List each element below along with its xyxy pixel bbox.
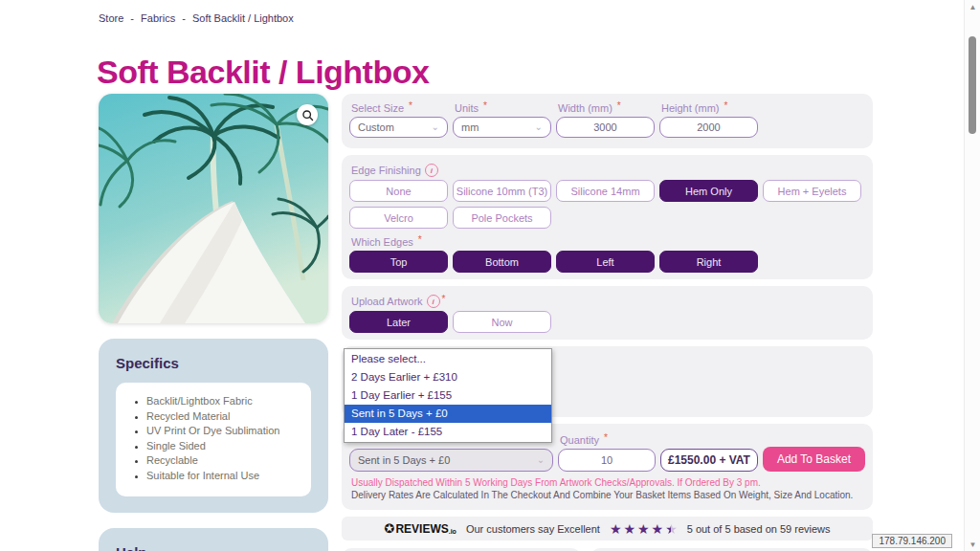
help-panel: Help (99, 528, 328, 551)
width-label: Width (mm)* (558, 102, 655, 114)
list-item: UV Print Or Dye Sublimation (146, 424, 303, 439)
dropdown-option-2-days-earlier[interactable]: 2 Days Earlier + £310 (345, 368, 551, 386)
edge-option-silicone-14mm[interactable]: Silicone 14mm (556, 180, 655, 202)
required-asterisk: * (483, 100, 487, 111)
required-asterisk: * (604, 432, 608, 443)
breadcrumb-fabrics[interactable]: Fabrics (141, 12, 175, 24)
which-edges-options: Top Bottom Left Right (349, 251, 865, 273)
upload-now-button[interactable]: Now (453, 311, 551, 333)
list-item: Single Sided (146, 439, 303, 454)
quantity-label: Quantity* (560, 434, 656, 446)
star-icon: ★ (637, 522, 650, 536)
select-size-label: Select Size* (351, 102, 448, 114)
reviews-logo-icon: ✪ (384, 521, 394, 536)
edge-finishing-panel: Edge Finishing i None Silicone 10mm (T3)… (342, 155, 873, 279)
breadcrumb: Store - Fabrics - Soft Backlit / Lightbo… (99, 12, 298, 24)
palm-trees-photo (99, 94, 328, 323)
scroll-up-arrow-icon[interactable]: ▲ (965, 0, 980, 13)
ip-address-tooltip: 178.79.146.200 (872, 534, 952, 548)
dispatch-select[interactable]: Sent in 5 Days + £0⌄ (349, 449, 553, 472)
specifics-panel: Specifics Backlit/Lightbox Fabric Recycl… (99, 339, 328, 513)
units-select[interactable]: mm⌄ (453, 117, 551, 138)
scroll-down-arrow-icon[interactable]: ▼ (965, 538, 980, 551)
edge-left-button[interactable]: Left (556, 251, 655, 273)
reviews-io-logo: ✪ REVIEWS .io (384, 521, 456, 536)
edge-right-button[interactable]: Right (659, 251, 758, 273)
edge-option-hem-only[interactable]: Hem Only (659, 180, 758, 202)
breadcrumb-current[interactable]: Soft Backlit / Lightbox (192, 12, 294, 24)
size-select[interactable]: Custom⌄ (349, 117, 448, 138)
required-asterisk: * (409, 100, 412, 111)
configurator: Select Size* Custom⌄ Units* mm⌄ (342, 94, 873, 551)
upload-artwork-panel: Upload Artwork i * Later Now (342, 286, 873, 340)
breadcrumb-store[interactable]: Store (99, 12, 123, 24)
edge-finishing-options: None Silicone 10mm (T3) Silicone 14mm He… (349, 180, 865, 229)
edge-option-pole-pockets[interactable]: Pole Pockets (453, 207, 551, 229)
which-edges-label: Which Edges* (351, 236, 865, 248)
reviews-widget[interactable]: ✪ REVIEWS .io Our customers say Excellen… (342, 517, 873, 540)
page-title: Soft Backlit / Lightbox (97, 54, 429, 91)
dispatch-dropdown-list: Please select... 2 Days Earlier + £310 1… (344, 348, 552, 443)
upload-later-button[interactable]: Later (349, 311, 448, 333)
breadcrumb-separator: - (130, 12, 134, 24)
list-item: Recyclable (146, 453, 303, 469)
edge-option-velcro[interactable]: Velcro (349, 207, 448, 229)
specifics-title: Specifics (116, 355, 311, 371)
add-to-basket-button[interactable]: Add To Basket (763, 447, 865, 472)
upload-artwork-label: Upload Artwork i * (351, 295, 865, 308)
reviews-text: Our customers say Excellent (466, 523, 600, 535)
breadcrumb-separator: - (182, 12, 186, 24)
edge-option-hem-eyelets[interactable]: Hem + Eyelets (763, 180, 861, 202)
dropdown-option-sent-in-5-days[interactable]: Sent in 5 Days + £0 (345, 405, 551, 423)
edge-option-none[interactable]: None (349, 180, 448, 202)
zoom-button[interactable] (297, 104, 318, 125)
edge-option-silicone-10mm[interactable]: Silicone 10mm (T3) (453, 180, 551, 202)
required-asterisk: * (724, 100, 728, 111)
product-image[interactable] (99, 94, 328, 323)
list-item: Recycled Material (146, 409, 303, 425)
required-asterisk: * (442, 294, 446, 304)
star-icon: ★ (623, 522, 635, 536)
star-icon: ★ (610, 522, 622, 536)
width-input[interactable] (556, 117, 655, 138)
info-icon[interactable]: i (425, 164, 438, 177)
edge-finishing-label: Edge Finishing i (351, 164, 865, 177)
chevron-down-icon: ⌄ (432, 122, 439, 132)
edge-bottom-button[interactable]: Bottom (453, 251, 551, 273)
star-icon: ★ (652, 522, 664, 536)
quantity-input[interactable] (558, 449, 656, 472)
list-item: Suitable for Internal Use (146, 469, 303, 484)
required-asterisk: * (418, 234, 422, 245)
size-panel: Select Size* Custom⌄ Units* mm⌄ (342, 94, 873, 148)
edge-top-button[interactable]: Top (349, 251, 448, 273)
dispatch-note: Usually Dispatched Within 5 Working Days… (351, 477, 865, 488)
height-input[interactable] (659, 117, 758, 138)
magnifier-icon (301, 109, 314, 121)
dropdown-option-please-select[interactable]: Please select... (345, 350, 551, 368)
help-title: Help (116, 544, 311, 551)
dropdown-option-1-day-later[interactable]: 1 Day Later - £155 (345, 423, 551, 441)
units-label: Units* (455, 102, 551, 114)
scrollbar-thumb[interactable] (969, 36, 976, 134)
list-item: Backlit/Lightbox Fabric (146, 394, 303, 409)
scrollbar[interactable]: ▲ ▼ (964, 0, 980, 551)
left-column: Specifics Backlit/Lightbox Fabric Recycl… (99, 94, 328, 551)
reviews-rating-text: 5 out of 5 based on 59 reviews (687, 523, 831, 535)
half-star-icon: ★ (665, 522, 678, 536)
specifics-list: Backlit/Lightbox Fabric Recycled Materia… (123, 394, 303, 483)
star-rating: ★ ★ ★ ★ ★ (610, 522, 678, 536)
info-icon[interactable]: i (427, 295, 440, 308)
price-display: £1550.00 + VAT (660, 449, 758, 472)
chevron-down-icon: ⌄ (535, 122, 543, 132)
dropdown-option-1-day-earlier[interactable]: 1 Day Earlier + £155 (345, 386, 551, 405)
upload-artwork-options: Later Now (349, 311, 865, 333)
delivery-note: Delivery Rates Are Calculated In The Che… (351, 490, 865, 500)
product-page: Store - Fabrics - Soft Backlit / Lightbo… (0, 0, 980, 551)
chevron-down-icon: ⌄ (537, 455, 545, 465)
specifics-card: Backlit/Lightbox Fabric Recycled Materia… (116, 383, 311, 496)
height-label: Height (mm)* (661, 102, 758, 114)
required-asterisk: * (617, 100, 621, 111)
